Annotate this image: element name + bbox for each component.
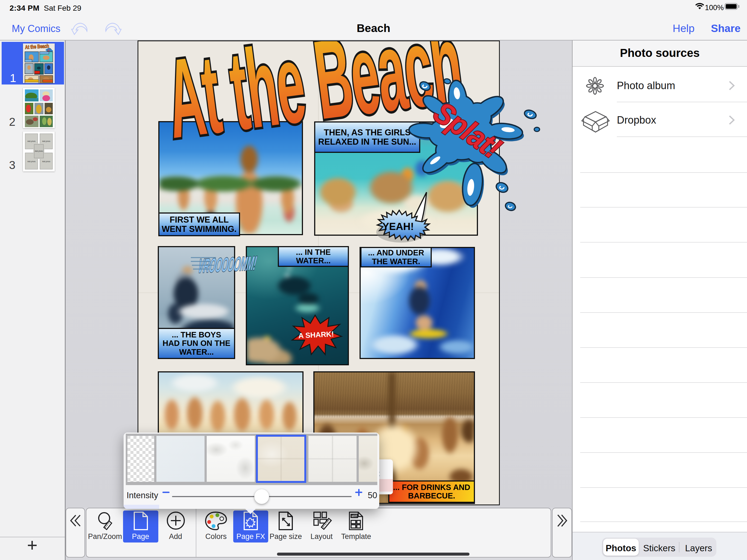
- svg-text:Add photo: Add photo: [42, 140, 50, 143]
- svg-text:Add photo: Add photo: [35, 150, 43, 152]
- svg-text:Title: Title: [351, 514, 357, 518]
- svg-text:VROOOOOMM!: VROOOOOMM!: [197, 252, 258, 277]
- svg-text:At the Beach: At the Beach: [25, 44, 49, 50]
- svg-text:Add photo: Add photo: [27, 160, 35, 163]
- svg-text:Add photo: Add photo: [42, 160, 50, 163]
- svg-text:Add photo: Add photo: [27, 140, 35, 143]
